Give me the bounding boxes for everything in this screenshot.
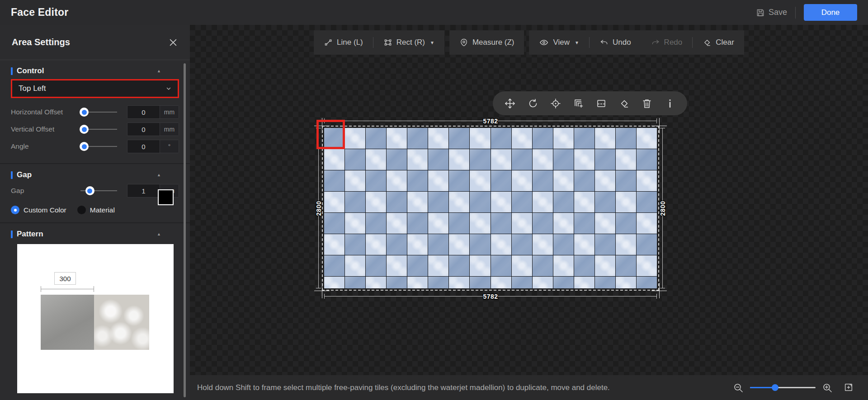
delete-icon[interactable] [642, 98, 652, 109]
paving-tile[interactable] [574, 255, 594, 276]
target-icon[interactable] [550, 98, 561, 109]
view-button[interactable]: View ▼ [529, 30, 589, 55]
paving-tile[interactable] [616, 213, 636, 234]
paving-tile[interactable] [470, 128, 490, 149]
paving-tile[interactable] [574, 149, 594, 170]
paving-tile[interactable] [595, 213, 615, 234]
paving-tile[interactable] [366, 128, 386, 149]
paving-tile[interactable] [449, 149, 469, 170]
paving-tile[interactable] [637, 170, 657, 191]
paving-tile[interactable] [491, 128, 511, 149]
paving-tile[interactable] [366, 213, 386, 234]
collapse-icon[interactable]: ▲ [157, 69, 161, 73]
paving-tile[interactable] [449, 277, 469, 288]
paving-tile[interactable] [428, 128, 448, 149]
paving-tile[interactable] [366, 234, 386, 255]
paving-tile[interactable] [470, 277, 490, 288]
paving-tile[interactable] [449, 255, 469, 276]
paving-tile[interactable] [345, 128, 365, 149]
paving-tile[interactable] [324, 170, 344, 191]
paving-tile[interactable] [470, 213, 490, 234]
paving-tile[interactable] [533, 255, 553, 276]
paving-tile[interactable] [637, 234, 657, 255]
pattern-dimension-input[interactable]: 300 [54, 272, 76, 285]
paving-tile[interactable] [491, 234, 511, 255]
paving-tile[interactable] [553, 128, 574, 149]
add-array-icon[interactable] [573, 98, 584, 109]
paving-tile[interactable] [637, 192, 657, 212]
paving-tile[interactable] [533, 170, 553, 191]
paving-tile[interactable] [345, 170, 365, 191]
paving-tile[interactable] [387, 234, 407, 255]
paving-tile[interactable] [616, 255, 636, 276]
custom-color-radio[interactable]: Custom Color [11, 206, 66, 214]
paving-tile[interactable] [595, 255, 615, 276]
paving-tile[interactable] [553, 213, 574, 234]
paving-tile[interactable] [553, 192, 574, 212]
paving-tile[interactable] [407, 255, 428, 276]
paving-tile[interactable] [553, 255, 574, 276]
gap-slider[interactable] [80, 190, 117, 191]
paving-tile[interactable] [407, 234, 428, 255]
paving-tile[interactable] [637, 255, 657, 276]
paving-tile[interactable] [470, 170, 490, 191]
paving-tile[interactable] [616, 149, 636, 170]
paving-tile[interactable] [533, 277, 553, 288]
gap-color-swatch[interactable] [158, 189, 174, 205]
paving-tile[interactable] [387, 128, 407, 149]
paving-tile[interactable] [553, 277, 574, 288]
paving-tile[interactable] [533, 128, 553, 149]
paving-tile[interactable] [428, 170, 448, 191]
paving-tile[interactable] [512, 170, 532, 191]
paving-tile[interactable] [512, 128, 532, 149]
angle-input[interactable]: 0 ° [127, 140, 179, 153]
paving-tile[interactable] [387, 170, 407, 191]
zoom-in-icon[interactable] [822, 382, 833, 393]
paving-tile[interactable] [595, 277, 615, 288]
paving-tile[interactable] [470, 255, 490, 276]
paving-tile[interactable] [324, 234, 344, 255]
paving-tile[interactable] [491, 192, 511, 212]
paving-tile[interactable] [366, 255, 386, 276]
paving-tile[interactable] [324, 128, 344, 149]
paving-area[interactable]: 5782 5782 2800 2800 [324, 128, 657, 288]
paving-tile[interactable] [470, 234, 490, 255]
paving-tile[interactable] [512, 277, 532, 288]
paving-tile[interactable] [616, 234, 636, 255]
paving-tile[interactable] [595, 234, 615, 255]
paving-tile[interactable] [324, 192, 344, 212]
paving-tile[interactable] [491, 277, 511, 288]
zoom-slider[interactable] [750, 387, 816, 388]
paving-tile[interactable] [449, 234, 469, 255]
anchor-dropdown[interactable]: Top Left [11, 79, 179, 98]
paving-tile[interactable] [449, 192, 469, 212]
paving-tile[interactable] [345, 234, 365, 255]
horizontal-offset-input[interactable]: 0 mm [127, 105, 179, 119]
paving-tile[interactable] [595, 192, 615, 212]
tile-grid[interactable] [324, 128, 657, 288]
zoom-out-icon[interactable] [733, 382, 744, 393]
paving-tile[interactable] [366, 277, 386, 288]
paving-tile[interactable] [512, 234, 532, 255]
paving-tile[interactable] [491, 170, 511, 191]
paving-tile[interactable] [449, 128, 469, 149]
paving-tile[interactable] [616, 192, 636, 212]
paving-tile[interactable] [449, 170, 469, 191]
paving-tile[interactable] [387, 255, 407, 276]
paving-tile[interactable] [428, 277, 448, 288]
paving-tile[interactable] [345, 192, 365, 212]
undo-button[interactable]: Undo [590, 30, 641, 55]
paving-tile[interactable] [637, 277, 657, 288]
paving-tile[interactable] [470, 149, 490, 170]
paving-tile[interactable] [387, 213, 407, 234]
clear-button[interactable]: Clear [693, 30, 744, 55]
paving-tile[interactable] [428, 255, 448, 276]
paving-tile[interactable] [366, 170, 386, 191]
horizontal-offset-slider[interactable] [80, 112, 117, 113]
angle-slider[interactable] [80, 146, 117, 147]
paving-tile[interactable] [574, 170, 594, 191]
paving-tile[interactable] [387, 277, 407, 288]
fit-screen-icon[interactable] [844, 382, 854, 393]
paving-tile[interactable] [387, 192, 407, 212]
paving-tile[interactable] [449, 213, 469, 234]
